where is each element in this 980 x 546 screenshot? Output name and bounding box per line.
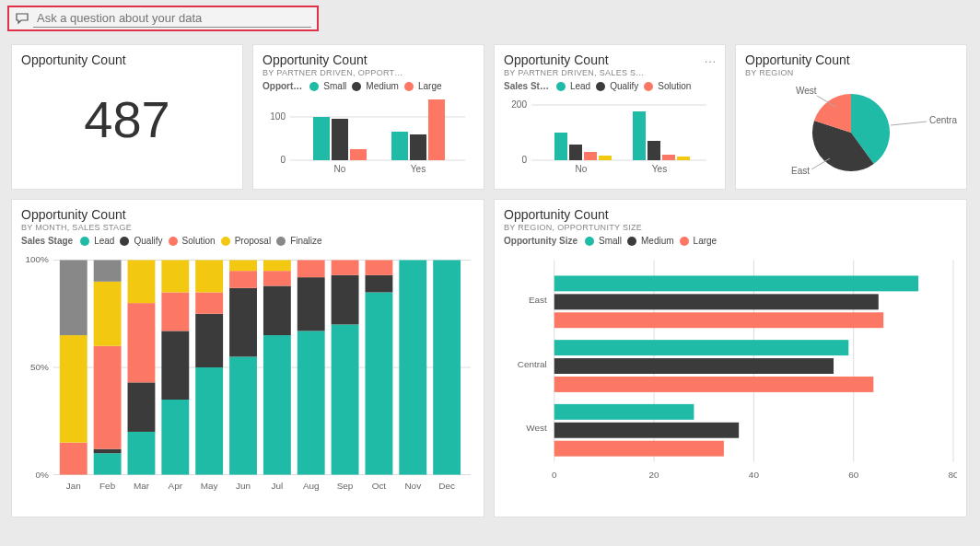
- svg-rect-40: [60, 261, 88, 336]
- svg-text:Mar: Mar: [134, 481, 150, 491]
- svg-rect-43: [94, 346, 122, 449]
- svg-rect-42: [94, 449, 122, 454]
- svg-rect-56: [195, 292, 223, 313]
- svg-rect-75: [399, 261, 426, 475]
- tile-month-stage[interactable]: Opportunity Count BY MONTH, SALES STAGE …: [11, 199, 484, 517]
- tile-partner-stage[interactable]: … Opportunity Count BY PARTNER DRIVEN, S…: [494, 44, 726, 190]
- tile-subtitle: BY REGION: [745, 68, 957, 77]
- svg-text:Jun: Jun: [236, 481, 251, 491]
- svg-rect-66: [298, 331, 325, 474]
- svg-text:Dec: Dec: [438, 481, 455, 491]
- legend: Sales Stage Lead Qualify Solution Propos…: [21, 236, 474, 246]
- tile-subtitle: BY PARTNER DRIVEN, OPPORT…: [262, 68, 474, 77]
- svg-text:Oct: Oct: [372, 481, 387, 491]
- qna-bar[interactable]: [7, 6, 319, 31]
- tile-title: Opportunity Count: [21, 52, 233, 67]
- legend: Opportunity Size Small Medium Large: [504, 236, 957, 246]
- svg-rect-46: [128, 432, 156, 475]
- svg-text:Feb: Feb: [99, 481, 116, 491]
- tile-title: Opportunity Count: [745, 52, 957, 67]
- svg-text:0: 0: [280, 155, 286, 165]
- pie-chart-region: West Central East: [745, 77, 957, 183]
- svg-text:West: West: [796, 86, 817, 96]
- svg-rect-54: [195, 367, 223, 475]
- svg-text:0%: 0%: [36, 470, 50, 480]
- svg-rect-6: [350, 149, 367, 160]
- tile-title: Opportunity Count: [262, 52, 474, 67]
- svg-rect-69: [332, 324, 359, 474]
- svg-rect-96: [554, 312, 883, 328]
- svg-rect-57: [195, 261, 223, 293]
- svg-text:20: 20: [649, 470, 660, 480]
- svg-rect-48: [128, 303, 156, 382]
- svg-rect-63: [263, 285, 291, 335]
- chat-icon: [15, 11, 29, 26]
- svg-rect-41: [94, 453, 122, 474]
- svg-line-29: [891, 122, 927, 125]
- svg-text:Yes: Yes: [652, 164, 667, 174]
- bar-chart-partner-stage: 200 0 No Yes: [504, 91, 716, 179]
- svg-text:0: 0: [521, 155, 527, 165]
- svg-text:Apr: Apr: [169, 481, 183, 491]
- svg-text:No: No: [334, 164, 346, 174]
- svg-rect-59: [229, 288, 257, 357]
- svg-text:Yes: Yes: [411, 164, 426, 174]
- kpi-value: 487: [21, 89, 233, 149]
- tile-subtitle: BY PARTNER DRIVEN, SALES S…: [504, 68, 716, 77]
- svg-text:50%: 50%: [30, 362, 49, 372]
- svg-text:200: 200: [511, 99, 527, 110]
- svg-rect-99: [554, 377, 874, 392]
- svg-text:No: No: [576, 164, 588, 174]
- svg-rect-97: [554, 340, 849, 355]
- svg-text:Sep: Sep: [337, 481, 354, 491]
- svg-rect-18: [584, 152, 597, 160]
- tile-partner-size[interactable]: Opportunity Count BY PARTNER DRIVEN, OPP…: [252, 44, 484, 190]
- svg-rect-64: [263, 271, 291, 285]
- svg-text:Central: Central: [518, 359, 547, 369]
- svg-text:80: 80: [948, 470, 957, 480]
- tile-region-pie[interactable]: Opportunity Count BY REGION West Central…: [735, 44, 967, 190]
- legend: Opport… Small Medium Large: [262, 81, 474, 91]
- svg-rect-8: [410, 134, 426, 160]
- svg-rect-52: [161, 292, 189, 331]
- svg-line-31: [811, 158, 830, 169]
- svg-rect-47: [128, 382, 156, 432]
- qna-input[interactable]: [33, 9, 311, 28]
- tile-title: Opportunity Count: [21, 207, 474, 222]
- svg-text:East: East: [791, 166, 810, 176]
- svg-rect-16: [554, 133, 567, 160]
- svg-text:Aug: Aug: [303, 481, 320, 491]
- svg-rect-44: [94, 282, 122, 346]
- svg-rect-21: [648, 141, 660, 160]
- svg-rect-55: [195, 314, 223, 367]
- horizontal-bar-chart: EastCentralWest 020406080: [504, 246, 957, 504]
- tile-region-size[interactable]: Opportunity Count BY REGION, OPPORTUNITY…: [494, 199, 967, 517]
- svg-rect-70: [332, 275, 359, 325]
- svg-rect-72: [365, 292, 392, 474]
- more-icon[interactable]: …: [704, 51, 718, 65]
- tile-subtitle: BY MONTH, SALES STAGE: [21, 223, 474, 232]
- svg-rect-22: [662, 155, 675, 160]
- svg-rect-7: [391, 132, 408, 160]
- svg-rect-49: [128, 261, 156, 304]
- svg-rect-74: [365, 261, 392, 275]
- svg-text:0: 0: [552, 470, 557, 480]
- bar-chart-partner-size: 100 0 No Yes: [262, 91, 474, 179]
- svg-rect-23: [677, 157, 690, 160]
- svg-rect-45: [94, 261, 122, 282]
- svg-rect-5: [332, 119, 348, 160]
- svg-text:East: East: [529, 295, 547, 305]
- tile-kpi[interactable]: Opportunity Count 487: [11, 44, 243, 190]
- svg-rect-100: [554, 404, 694, 420]
- svg-rect-60: [229, 271, 257, 288]
- svg-rect-58: [229, 356, 257, 474]
- svg-text:May: May: [201, 481, 218, 491]
- tile-title: Opportunity Count: [504, 52, 716, 67]
- svg-text:West: West: [526, 423, 547, 433]
- svg-rect-101: [554, 423, 739, 438]
- svg-rect-102: [554, 441, 724, 457]
- svg-rect-95: [554, 294, 879, 309]
- legend: Sales St… Lead Qualify Solution: [504, 81, 716, 91]
- stacked-bar-chart: 100% 50% 0% JanFebMarAprMayJunJulAugSepO…: [21, 246, 474, 504]
- svg-rect-19: [599, 156, 612, 160]
